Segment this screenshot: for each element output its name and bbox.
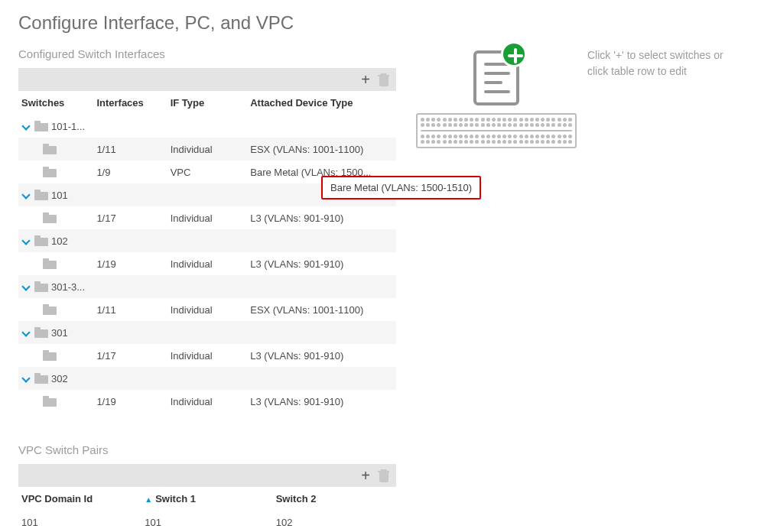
vpc-pairs-header-row: VPC Domain Id ▲Switch 1 Switch 2 (18, 487, 396, 511)
switch-illustration (416, 50, 577, 148)
chevron-down-icon (21, 329, 30, 337)
vpc-pairs-table: VPC Domain Id ▲Switch 1 Switch 2 1011011… (18, 487, 396, 532)
cell-interface: 1/9 (93, 161, 167, 183)
col-header-vpc-domain[interactable]: VPC Domain Id (18, 487, 141, 511)
table-row[interactable]: 1/19IndividualL3 (VLANs: 901-910) (18, 252, 396, 275)
table-row[interactable]: 1/17IndividualL3 (VLANs: 901-910) (18, 344, 396, 367)
delete-vpc-pair-button[interactable] (378, 469, 390, 482)
sort-asc-icon: ▲ (145, 495, 152, 504)
cell-device: ESX (VLANs: 1001-1100) (247, 298, 396, 321)
table-row[interactable]: 1/17IndividualL3 (VLANs: 901-910) (18, 206, 396, 229)
col-header-attached[interactable]: Attached Device Type (247, 91, 396, 115)
table-group-row[interactable]: 302 (18, 367, 396, 390)
cell-interface: 1/19 (93, 252, 167, 275)
help-line-1: Click '+' to select switches or (587, 49, 723, 61)
chevron-down-icon (21, 283, 30, 291)
group-label: 301-3... (51, 281, 85, 293)
group-label: 101 (51, 190, 68, 201)
vpc-pairs-panel: + VPC Domain Id ▲Switch 1 Switch 2 (18, 464, 396, 532)
folder-icon (43, 350, 57, 361)
cell-iftype: Individual (167, 344, 248, 367)
switch-rack-icon (416, 113, 577, 148)
table-row[interactable]: 101101102 (18, 511, 396, 532)
cell-device: L3 (VLANs: 901-910) (247, 344, 396, 367)
chevron-down-icon (21, 191, 30, 200)
cell-device: ESX (VLANs: 1001-1100) (247, 138, 396, 161)
cell-device: L3 (VLANs: 901-910) (247, 390, 396, 413)
help-text: Click '+' to select switches or click ta… (587, 47, 723, 79)
vpc-pairs-toolbar: + (18, 464, 396, 487)
col-header-switch-1-label: Switch 1 (155, 493, 196, 504)
page-title: Configure Interface, PC, and VPC (18, 12, 746, 34)
cell-vpc-domain: 101 (18, 511, 141, 532)
folder-icon (43, 144, 57, 154)
cell-device: L3 (VLANs: 901-910) (247, 206, 396, 229)
folder-icon (43, 258, 57, 269)
cell-interface: 1/19 (93, 390, 167, 413)
switch-interfaces-toolbar: + (18, 68, 396, 91)
switch-interfaces-table: Switches Interfaces IF Type Attached Dev… (18, 91, 396, 413)
cell-iftype: VPC (167, 161, 248, 183)
cell-iftype: Individual (167, 138, 248, 161)
switch-interfaces-panel: + Switches Interfaces IF Type Attached (18, 68, 396, 413)
folder-icon (34, 235, 48, 246)
folder-icon (34, 281, 48, 292)
table-group-row[interactable]: 301-3... (18, 275, 396, 298)
folder-icon (34, 190, 48, 200)
folder-icon (43, 167, 57, 177)
switch-interfaces-header-row: Switches Interfaces IF Type Attached Dev… (18, 91, 396, 115)
group-label: 301 (51, 327, 68, 339)
cell-interface: 1/11 (93, 138, 167, 161)
cell-switch-1: 101 (141, 511, 272, 532)
table-row[interactable]: 1/11IndividualESX (VLANs: 1001-1100) (18, 298, 396, 321)
table-group-row[interactable]: 102 (18, 229, 396, 252)
cell-interface: 1/17 (93, 344, 167, 367)
cell-iftype: Individual (167, 390, 248, 413)
folder-icon (43, 212, 57, 223)
table-group-row[interactable]: 101-1... (18, 115, 396, 138)
add-vpc-pair-button[interactable]: + (361, 468, 370, 483)
add-switch-button[interactable]: + (361, 72, 370, 87)
configured-switch-interfaces-label: Configured Switch Interfaces (18, 47, 396, 60)
cell-device: L3 (VLANs: 901-910) (247, 252, 396, 275)
device-type-tooltip: Bare Metal (VLANs: 1500-1510) (321, 176, 481, 200)
group-label: 302 (51, 373, 68, 384)
cell-interface: 1/11 (93, 298, 167, 321)
table-row[interactable]: 1/19IndividualL3 (VLANs: 901-910) (18, 390, 396, 413)
chevron-down-icon (21, 122, 30, 131)
col-header-switches[interactable]: Switches (18, 91, 93, 115)
col-header-iftype[interactable]: IF Type (167, 91, 248, 115)
group-label: 101-1... (51, 121, 85, 132)
folder-icon (34, 121, 48, 131)
vpc-switch-pairs-label: VPC Switch Pairs (18, 443, 396, 456)
cell-iftype: Individual (167, 298, 248, 321)
folder-icon (34, 373, 48, 384)
cell-iftype: Individual (167, 206, 248, 229)
col-header-switch-2[interactable]: Switch 2 (273, 487, 396, 511)
folder-icon (34, 327, 48, 338)
folder-icon (43, 304, 57, 315)
col-header-switch-1[interactable]: ▲Switch 1 (141, 487, 272, 511)
group-label: 102 (51, 235, 68, 247)
folder-icon (43, 396, 57, 407)
delete-switch-button[interactable] (378, 73, 390, 86)
table-group-row[interactable]: 301 (18, 321, 396, 344)
plus-badge-icon (501, 41, 527, 67)
cell-switch-2: 102 (273, 511, 396, 532)
table-row[interactable]: 1/11IndividualESX (VLANs: 1001-1100) (18, 138, 396, 161)
help-line-2: click table row to edit (587, 65, 687, 77)
chevron-down-icon (21, 237, 30, 245)
chevron-down-icon (21, 375, 30, 383)
col-header-interfaces[interactable]: Interfaces (93, 91, 167, 115)
cell-interface: 1/17 (93, 206, 167, 229)
cell-iftype: Individual (167, 252, 248, 275)
trash-icon (378, 469, 390, 482)
trash-icon (378, 73, 390, 86)
